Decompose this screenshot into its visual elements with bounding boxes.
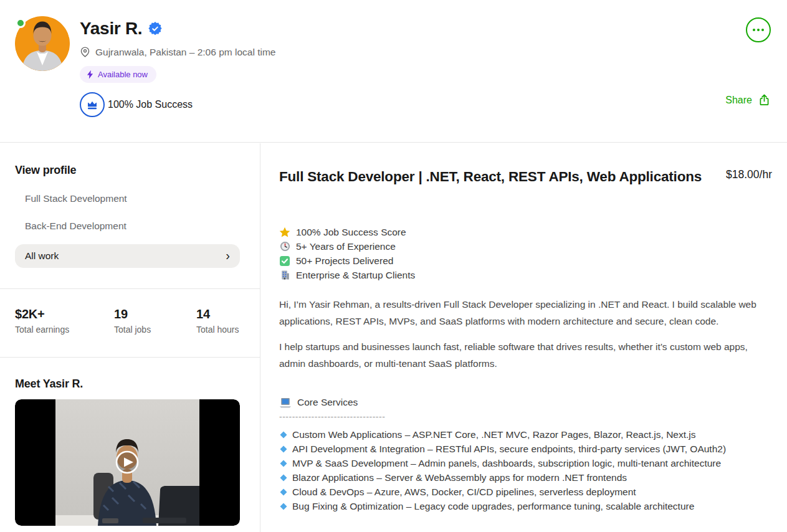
- freelancer-name: Yasir R.: [80, 19, 142, 39]
- availability-label: Available now: [98, 70, 148, 79]
- intro-video-thumbnail[interactable]: [15, 399, 240, 526]
- service-item: MVP & SaaS Development – Admin panels, d…: [279, 456, 772, 470]
- core-services-heading-row: Core Services: [279, 395, 772, 410]
- overview-paragraph: I help startups and businesses launch fa…: [279, 338, 772, 372]
- freelancer-profile-page: Yasir R. Gujranwala, Pakistan – 2:06 pm …: [0, 0, 787, 532]
- highlight-text: Enterprise & Startup Clients: [296, 270, 415, 281]
- service-item: Blazor Applications – Server & WebAssemb…: [279, 470, 772, 485]
- service-text: Blazor Applications – Server & WebAssemb…: [292, 472, 627, 483]
- sidebar-item-all-work[interactable]: All work ›: [15, 244, 240, 268]
- lightning-bolt-icon: [87, 70, 93, 79]
- service-text: API Development & Integration – RESTful …: [292, 444, 726, 455]
- diamond-icon: [279, 488, 287, 496]
- building-icon: [279, 270, 290, 280]
- overview-paragraph: Hi, I’m Yasir Rehman, a results-driven F…: [279, 296, 772, 330]
- stat-value: 19: [114, 307, 196, 321]
- chevron-right-icon: ›: [226, 249, 230, 262]
- meet-heading: Meet Yasir R.: [15, 358, 240, 391]
- diamond-icon: [279, 474, 287, 482]
- diamond-icon: [279, 460, 287, 467]
- laptop-icon: [279, 397, 292, 408]
- service-item: Bug Fixing & Optimization – Legacy code …: [279, 499, 772, 513]
- service-text: Cloud & DevOps – Azure, AWS, Docker, CI/…: [292, 487, 636, 498]
- service-item: API Development & Integration – RESTful …: [279, 442, 772, 456]
- main-content: Full Stack Developer | .NET, React, REST…: [261, 143, 787, 532]
- dashed-separator: ---------------------------------: [279, 410, 772, 424]
- diamond-icon: [279, 445, 287, 453]
- stat-total-earnings: $2K+ Total earnings: [15, 307, 114, 335]
- stat-value: 14: [196, 307, 239, 321]
- sidebar-item-full-stack-development[interactable]: Full Stack Development: [15, 193, 240, 204]
- profile-header: Yasir R. Gujranwala, Pakistan – 2:06 pm …: [0, 0, 787, 143]
- clock-icon: [279, 241, 290, 252]
- highlight-text: 5+ Years of Experience: [296, 241, 396, 252]
- highlight-clients: Enterprise & Startup Clients: [279, 268, 772, 282]
- service-text: Bug Fixing & Optimization – Legacy code …: [292, 501, 694, 512]
- diamond-icon: [279, 503, 287, 510]
- sidebar-item-back-end-development[interactable]: Back-End Development: [15, 221, 240, 232]
- crown-icon: [86, 100, 98, 110]
- core-services-heading: Core Services: [297, 395, 358, 410]
- job-success-badge: 100% Job Success: [80, 92, 275, 117]
- service-text: MVP & SaaS Development – Admin panels, d…: [292, 458, 721, 469]
- share-button[interactable]: Share: [725, 93, 771, 107]
- stat-label: Total jobs: [114, 325, 196, 335]
- profile-title: Full Stack Developer | .NET, React, REST…: [279, 168, 715, 186]
- service-item: Custom Web Applications – ASP.NET Core, …: [279, 427, 772, 442]
- highlight-job-success: 100% Job Success Score: [279, 225, 772, 239]
- location-pin-icon: [80, 46, 90, 58]
- highlight-text: 100% Job Success Score: [296, 227, 406, 238]
- avatar: [15, 16, 70, 71]
- highlight-projects: 50+ Projects Delivered: [279, 254, 772, 268]
- all-work-label: All work: [25, 250, 59, 262]
- stat-value: $2K+: [15, 307, 114, 321]
- sidebar: View profile Full Stack Development Back…: [0, 143, 260, 532]
- hourly-rate: $18.00/hr: [726, 168, 772, 181]
- highlights-list: 100% Job Success Score 5+ Years of Exper…: [279, 225, 772, 282]
- highlight-experience: 5+ Years of Experience: [279, 239, 772, 254]
- location-text: Gujranwala, Pakistan – 2:06 pm local tim…: [95, 47, 275, 58]
- share-label: Share: [725, 95, 752, 106]
- availability-badge[interactable]: Available now: [80, 66, 156, 83]
- more-options-button[interactable]: [746, 17, 771, 42]
- stats-row: $2K+ Total earnings 19 Total jobs 14 Tot…: [0, 289, 260, 335]
- highlight-text: 50+ Projects Delivered: [296, 255, 393, 267]
- core-services-list: Custom Web Applications – ASP.NET Core, …: [279, 427, 772, 513]
- ellipsis-icon: [753, 29, 755, 31]
- view-profile-heading: View profile: [15, 143, 240, 177]
- crown-badge-circle: [80, 92, 105, 117]
- share-icon: [758, 93, 771, 107]
- diamond-icon: [279, 431, 287, 439]
- stat-total-hours: 14 Total hours: [196, 307, 239, 335]
- header-info: Yasir R. Gujranwala, Pakistan – 2:06 pm …: [80, 19, 275, 117]
- service-item: Cloud & DevOps – Azure, AWS, Docker, CI/…: [279, 485, 772, 499]
- verified-badge-icon: [148, 21, 163, 36]
- online-status-dot: [16, 18, 26, 28]
- check-icon: [279, 256, 290, 266]
- job-success-label: 100% Job Success: [108, 99, 193, 110]
- stat-label: Total hours: [196, 325, 239, 335]
- star-icon: [279, 227, 290, 238]
- stat-total-jobs: 19 Total jobs: [114, 307, 196, 335]
- stat-label: Total earnings: [15, 325, 114, 335]
- service-text: Custom Web Applications – ASP.NET Core, …: [292, 429, 696, 440]
